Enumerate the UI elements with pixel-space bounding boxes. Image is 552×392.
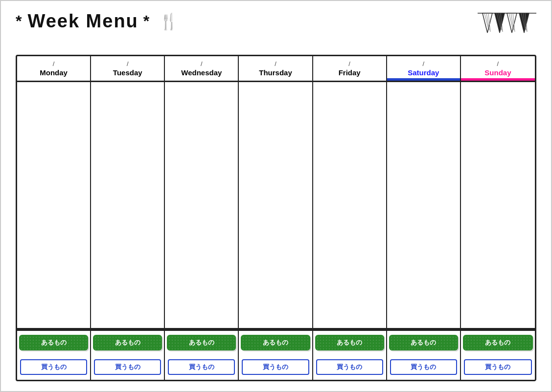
monday-date: / [19, 60, 88, 67]
svg-marker-5 [495, 13, 505, 33]
buy-badge-thursday: 買うもの [242, 359, 309, 375]
wednesday-name: Wednesday [167, 68, 236, 77]
wednesday-date: / [167, 60, 236, 67]
sunday-date: / [463, 60, 533, 67]
calendar: / Monday / Tuesday / Wednesday / Thursda… [16, 55, 536, 381]
have-badge-thursday: あるもの [242, 336, 309, 349]
header-thursday: / Thursday [239, 56, 313, 81]
have-badge-friday: あるもの [316, 336, 383, 349]
header-monday: / Monday [17, 56, 91, 81]
bottom-saturday: あるもの 買うもの [387, 331, 461, 380]
thursday-name: Thursday [241, 68, 310, 77]
bunting-decoration [478, 11, 536, 50]
page-title: *Week Menu* 🍴 [16, 11, 180, 32]
bottom-tuesday: あるもの 買うもの [91, 331, 165, 380]
buy-badge-tuesday: 買うもの [94, 359, 161, 375]
bottom-friday: あるもの 買うもの [313, 331, 387, 380]
bottom-sunday: あるもの 買うもの [461, 331, 535, 380]
menu-friday [313, 82, 387, 328]
header-friday: / Friday [313, 56, 387, 81]
sunday-name: Sunday [463, 68, 533, 77]
bottom-wednesday: あるもの 買うもの [165, 331, 239, 380]
buy-badge-wednesday: 買うもの [168, 359, 235, 375]
menu-thursday [239, 82, 313, 328]
header: *Week Menu* 🍴 [16, 11, 536, 50]
tuesday-date: / [93, 60, 162, 67]
have-badge-saturday: あるもの [390, 336, 457, 349]
menu-saturday [387, 82, 461, 328]
have-badge-wednesday: あるもの [168, 336, 235, 349]
menu-monday [17, 82, 91, 328]
bottom-thursday: あるもの 買うもの [239, 331, 313, 380]
have-badge-tuesday: あるもの [94, 336, 161, 349]
bottom-monday: あるもの 買うもの [17, 331, 91, 380]
day-header-row: / Monday / Tuesday / Wednesday / Thursda… [17, 56, 535, 82]
have-badge-monday: あるもの [20, 336, 87, 349]
menu-sunday [461, 82, 535, 328]
header-wednesday: / Wednesday [165, 56, 239, 81]
fork-knife-icon: 🍴 [159, 12, 180, 31]
header-saturday: / Saturday [387, 56, 461, 81]
buy-badge-saturday: 買うもの [390, 359, 457, 375]
bottom-section: あるもの 買うもの あるもの 買うもの あるもの 買うもの あるもの 買うもの … [17, 329, 535, 380]
page: *Week Menu* 🍴 [0, 0, 552, 392]
svg-marker-13 [519, 13, 529, 33]
menu-wednesday [165, 82, 239, 328]
monday-name: Monday [19, 68, 88, 77]
header-sunday: / Sunday [461, 56, 535, 81]
title-suffix-star: * [143, 12, 150, 30]
menu-tuesday [91, 82, 165, 328]
friday-name: Friday [315, 68, 384, 77]
thursday-date: / [241, 60, 310, 67]
have-badge-sunday: あるもの [464, 336, 532, 349]
saturday-date: / [389, 60, 458, 67]
svg-marker-1 [483, 13, 492, 33]
tuesday-name: Tuesday [93, 68, 162, 77]
buy-badge-sunday: 買うもの [464, 359, 532, 375]
saturday-name: Saturday [389, 68, 458, 77]
svg-marker-9 [507, 13, 517, 33]
title-text: Week Menu [27, 11, 138, 32]
buy-badge-friday: 買うもの [316, 359, 383, 375]
header-tuesday: / Tuesday [91, 56, 165, 81]
menu-area [17, 82, 535, 329]
title-prefix-star: * [16, 12, 23, 30]
friday-date: / [315, 60, 384, 67]
buy-badge-monday: 買うもの [20, 359, 87, 375]
